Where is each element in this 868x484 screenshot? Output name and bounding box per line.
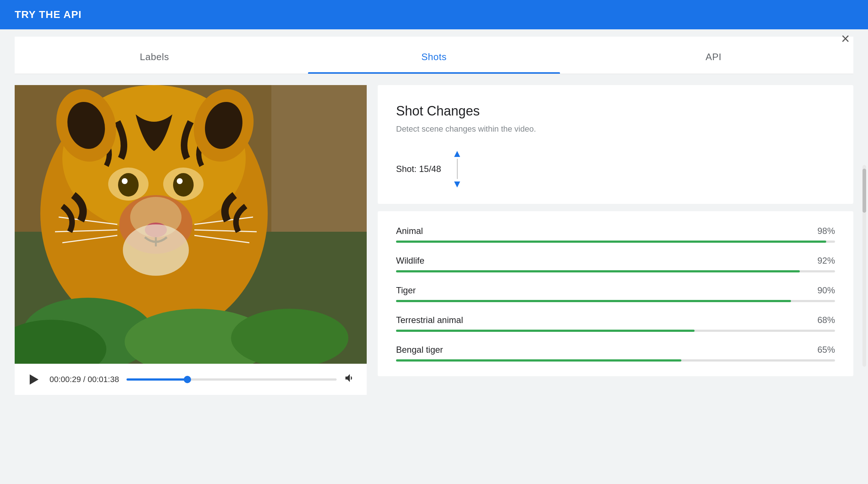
label-percent: 65% <box>817 345 835 355</box>
shot-counter: Shot: 15/48 <box>396 164 441 174</box>
label-name: Terrestrial animal <box>396 315 463 325</box>
progress-bar[interactable] <box>127 378 337 381</box>
video-controls: 00:00:29 / 00:01:38 <box>15 364 367 395</box>
svg-point-20 <box>123 224 189 276</box>
label-percent: 90% <box>817 285 835 296</box>
progress-thumb[interactable] <box>184 376 191 383</box>
tab-api[interactable]: API <box>574 37 853 74</box>
labels-card: Animal 98% Wildlife 92% Tiger 90% <box>378 211 853 376</box>
tabs-container: Labels Shots API <box>15 37 853 74</box>
label-percent: 92% <box>817 256 835 266</box>
label-bar-fill <box>396 359 681 362</box>
play-button[interactable] <box>26 371 42 388</box>
shot-navigator: ▲ ▼ <box>452 148 462 189</box>
label-bar-background <box>396 270 835 272</box>
svg-point-7 <box>173 173 194 197</box>
tab-labels[interactable]: Labels <box>15 37 294 74</box>
label-name: Tiger <box>396 285 416 296</box>
label-row: Terrestrial animal 68% <box>396 315 835 332</box>
label-header: Tiger 90% <box>396 285 835 296</box>
close-button[interactable]: × <box>841 31 850 46</box>
shot-changes-title: Shot Changes <box>396 103 835 119</box>
video-frame <box>15 85 367 364</box>
shot-info-row: Shot: 15/48 ▲ ▼ <box>396 148 835 189</box>
shot-nav-down-button[interactable]: ▼ <box>452 179 462 189</box>
volume-icon <box>344 372 356 384</box>
label-bar-fill <box>396 300 791 302</box>
tab-shots[interactable]: Shots <box>294 37 574 74</box>
shot-nav-up-button[interactable]: ▲ <box>452 148 462 159</box>
label-row: Bengal tiger 65% <box>396 345 835 362</box>
label-bar-background <box>396 300 835 302</box>
label-bar-background <box>396 330 835 332</box>
play-icon <box>30 374 39 385</box>
svg-point-8 <box>122 178 128 184</box>
label-percent: 98% <box>817 226 835 236</box>
svg-point-6 <box>118 173 139 197</box>
label-row: Wildlife 92% <box>396 256 835 272</box>
app-title: TRY THE API <box>15 9 82 21</box>
label-row: Tiger 90% <box>396 285 835 302</box>
label-header: Wildlife 92% <box>396 256 835 266</box>
video-display[interactable] <box>15 85 367 364</box>
time-display: 00:00:29 / 00:01:38 <box>50 375 119 384</box>
svg-rect-29 <box>271 85 367 232</box>
shot-changes-card: Shot Changes Detect scene changes within… <box>378 85 853 204</box>
volume-button[interactable] <box>344 372 356 386</box>
scrollbar-track[interactable] <box>862 165 866 367</box>
progress-fill <box>127 378 187 381</box>
label-bar-fill <box>396 330 695 332</box>
label-bar-background <box>396 241 835 243</box>
label-bar-fill <box>396 270 800 272</box>
scrollbar-thumb[interactable] <box>862 169 866 213</box>
label-name: Wildlife <box>396 256 424 266</box>
label-row: Animal 98% <box>396 226 835 243</box>
content-area: 00:00:29 / 00:01:38 Shot Changes Detect … <box>15 85 853 395</box>
right-panel: Shot Changes Detect scene changes within… <box>378 85 853 376</box>
label-bar-fill <box>396 241 826 243</box>
label-header: Terrestrial animal 68% <box>396 315 835 325</box>
label-name: Animal <box>396 226 423 236</box>
label-header: Animal 98% <box>396 226 835 236</box>
nav-divider <box>457 159 458 179</box>
svg-point-9 <box>177 178 183 184</box>
label-bar-background <box>396 359 835 362</box>
top-bar: TRY THE API <box>0 0 868 29</box>
main-container: Labels Shots API <box>0 29 868 410</box>
label-name: Bengal tiger <box>396 345 443 355</box>
label-percent: 68% <box>817 315 835 325</box>
shot-changes-description: Detect scene changes within the video. <box>396 124 835 134</box>
label-header: Bengal tiger 65% <box>396 345 835 355</box>
video-panel: 00:00:29 / 00:01:38 <box>15 85 367 395</box>
